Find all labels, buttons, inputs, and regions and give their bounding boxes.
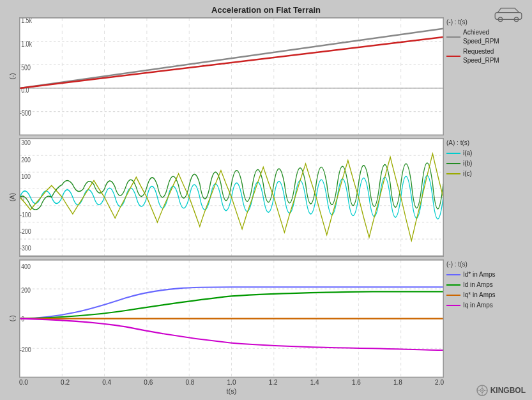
svg-text:200: 200 — [21, 156, 31, 164]
kingbol-logo — [476, 385, 488, 396]
svg-text:500: 500 — [21, 63, 31, 72]
legend-ic: i(c) — [446, 169, 524, 178]
x-tick-9: 1.8 — [393, 379, 402, 386]
current-chart-panel: 300 200 100 0 -100 -200 -300 — [19, 138, 444, 256]
dq-y-label: (-) — [5, 259, 19, 378]
main-container: Acceleration on Flat Terrain (-) — [0, 0, 532, 400]
svg-text:1.0k: 1.0k — [21, 39, 32, 48]
x-axis-title: t(s) — [19, 387, 444, 395]
x-axis-ticks: 0.0 0.2 0.4 0.6 0.8 1.0 1.2 1.4 1.6 1.8 … — [19, 379, 444, 395]
legend-ib: i(b) — [446, 159, 524, 168]
speed-legend: (-) : t(s) Achieved Speed_RPM Requested … — [444, 17, 527, 135]
x-tick-7: 1.4 — [310, 379, 319, 386]
current-chart-row: (A) — [5, 138, 527, 256]
svg-text:-200: -200 — [20, 345, 31, 353]
current-legend: (A) : t(s) i(a) i(b) i(c) — [444, 138, 527, 256]
x-tick-3: 0.6 — [144, 379, 153, 386]
svg-text:1.5k: 1.5k — [21, 18, 32, 25]
svg-text:-500: -500 — [20, 109, 31, 118]
x-tick-2: 0.4 — [102, 379, 111, 386]
x-axis-spacer — [5, 379, 19, 395]
car-icon — [492, 5, 524, 23]
legend-iq: Iq in Amps — [446, 301, 524, 310]
dq-legend: (-) : t(s) Id* in Amps Id in Amps Iq* in… — [444, 259, 527, 378]
dq-chart-panel: 400 200 0 -200 — [19, 259, 444, 378]
svg-text:-200: -200 — [20, 228, 31, 236]
x-tick-6: 1.2 — [269, 379, 278, 386]
x-tick-4: 0.8 — [185, 379, 194, 386]
speed-chart-panel: 1.5k 1.0k 500 0.0 -500 — [19, 17, 444, 135]
x-axis-row: 0.0 0.2 0.4 0.6 0.8 1.0 1.2 1.4 1.6 1.8 … — [5, 379, 527, 395]
legend-achieved-speed: Achieved Speed_RPM — [446, 28, 524, 46]
speed-y-label: (-) — [5, 17, 19, 135]
x-tick-0: 0.0 — [19, 379, 28, 386]
current-legend-time: (A) : t(s) — [446, 139, 524, 146]
dq-legend-time: (-) : t(s) — [446, 261, 524, 268]
x-tick-labels: 0.0 0.2 0.4 0.6 0.8 1.0 1.2 1.4 1.6 1.8 … — [19, 379, 444, 386]
x-right-spacer: KINGBOL — [444, 379, 527, 395]
legend-iq-star: Iq* in Amps — [446, 291, 524, 300]
svg-text:300: 300 — [21, 139, 31, 147]
svg-text:400: 400 — [21, 263, 31, 270]
watermark: KINGBOL — [476, 385, 526, 396]
speed-chart-row: (-) — [5, 17, 527, 135]
legend-id: Id in Amps — [446, 281, 524, 289]
svg-text:-300: -300 — [20, 245, 31, 252]
watermark-text: KINGBOL — [490, 386, 526, 395]
x-tick-1: 0.2 — [61, 379, 70, 386]
svg-text:-100: -100 — [20, 212, 31, 219]
x-tick-8: 1.6 — [352, 379, 361, 386]
legend-requested-speed: Requested Speed_RPM — [446, 47, 524, 65]
dq-chart-row: (-) — [5, 259, 527, 378]
chart-title: Acceleration on Flat Terrain — [5, 5, 527, 15]
x-tick-10: 2.0 — [435, 379, 444, 386]
legend-ia: i(a) — [446, 149, 524, 158]
svg-rect-0 — [495, 13, 522, 20]
charts-area: (-) — [5, 17, 527, 378]
legend-id-star: Id* in Amps — [446, 270, 524, 279]
current-y-label: (A) — [5, 138, 19, 256]
svg-text:100: 100 — [21, 173, 31, 180]
x-tick-5: 1.0 — [227, 379, 236, 386]
svg-text:200: 200 — [21, 286, 31, 293]
